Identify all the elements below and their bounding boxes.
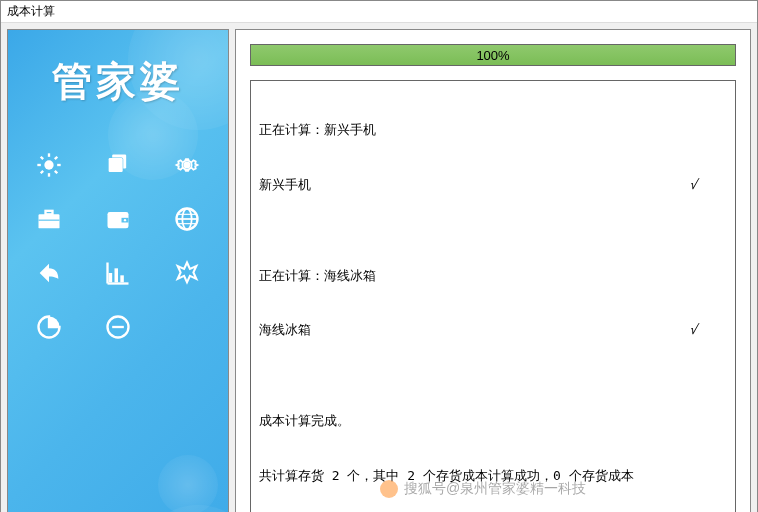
log-panel[interactable]: 正在计算：新兴手机 新兴手机√ 正在计算：海线冰箱 海线冰箱√ 成本计算完成。 … [250, 80, 736, 512]
log-line: 新兴手机√ [259, 176, 727, 194]
pie-icon [34, 312, 64, 342]
chart-icon [103, 258, 133, 288]
briefcase-icon [34, 204, 64, 234]
log-line: 成本计算完成。 [259, 412, 727, 430]
svg-rect-26 [120, 275, 124, 282]
sun-icon [34, 150, 64, 180]
progress-label: 100% [476, 48, 509, 63]
log-line: 共计算存货 2 个，其中 2 个存货成本计算成功，0 个存货成本 [259, 467, 727, 485]
gear-icon [172, 150, 202, 180]
main-panel: 100% 正在计算：新兴手机 新兴手机√ 正在计算：海线冰箱 海线冰箱√ 成本计… [235, 29, 751, 512]
svg-rect-13 [38, 214, 59, 228]
minus-icon [103, 312, 133, 342]
svg-rect-25 [114, 268, 118, 282]
svg-rect-24 [109, 273, 113, 282]
progress-bar: 100% [250, 44, 736, 66]
window: 成本计算 管家婆 [0, 0, 758, 512]
globe-icon [172, 204, 202, 234]
log-line: 海线冰箱√ [259, 321, 727, 339]
title-bar: 成本计算 [1, 1, 757, 23]
svg-line-7 [40, 171, 42, 173]
svg-point-18 [124, 219, 126, 221]
log-line: 正在计算：海线冰箱 [259, 267, 727, 285]
svg-point-0 [44, 160, 53, 169]
svg-line-6 [54, 171, 56, 173]
stack-icon [103, 150, 133, 180]
svg-line-8 [54, 157, 56, 159]
wallet-icon [103, 204, 133, 234]
svg-rect-14 [45, 211, 52, 215]
window-title: 成本计算 [7, 3, 55, 20]
brand-text: 管家婆 [8, 54, 228, 109]
content: 管家婆 100% 正在计算：新兴手机 新兴手机√ [1, 23, 757, 512]
star-icon [172, 258, 202, 288]
sidebar-icon-grid [28, 150, 208, 342]
svg-line-5 [40, 157, 42, 159]
svg-rect-11 [109, 158, 123, 172]
log-line: 正在计算：新兴手机 [259, 121, 727, 139]
svg-point-12 [184, 162, 191, 169]
back-icon [34, 258, 64, 288]
sidebar: 管家婆 [7, 29, 229, 512]
